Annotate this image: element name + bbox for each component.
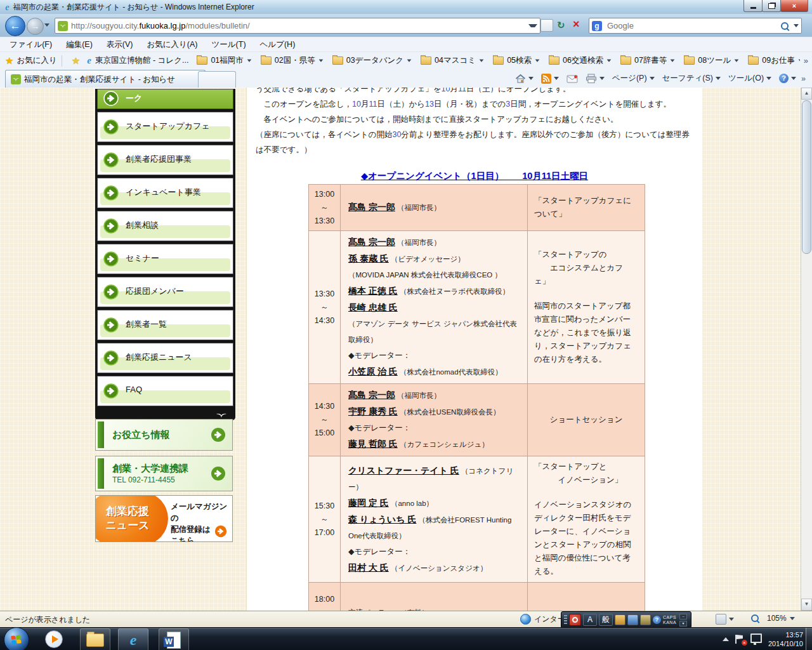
mail-magazine-box[interactable]: 創業応援 ニュース メールマガジンの 配信登録は こちら <box>95 495 233 542</box>
back-button[interactable]: ← <box>5 16 25 36</box>
sidebar-item[interactable]: 創業者一覧 <box>97 310 233 340</box>
event-heading-link[interactable]: ◆オープニングイベント（1日目） 10月11日土曜日 <box>361 171 588 181</box>
action-center-icon[interactable] <box>735 635 744 644</box>
sidebar-item[interactable]: 創業者応援団事業 <box>97 145 233 175</box>
taskbar-internet-explorer[interactable]: e <box>118 628 148 650</box>
close-button[interactable]: × <box>780 0 808 12</box>
scroll-up-button[interactable]: ▲ <box>801 88 812 100</box>
read-mail-button[interactable] <box>564 73 580 84</box>
stop-button[interactable]: × <box>573 18 580 30</box>
ime-toolbox-icon[interactable] <box>640 614 651 625</box>
tab-new[interactable] <box>198 71 236 88</box>
commandbar-overflow-chevron[interactable]: » <box>801 74 806 83</box>
useful-info-box[interactable]: お役立ち情報 <box>95 419 233 451</box>
speaker-link[interactable]: 田村 大 氏 <box>348 562 389 573</box>
speaker-link[interactable]: クリストファー・テイト 氏 <box>348 465 459 475</box>
favorites-folder[interactable]: 06交通検索 <box>544 54 616 67</box>
speaker-link[interactable]: 小笠原 治 氏 <box>348 366 398 376</box>
speaker-link[interactable]: 橋本 正徳 氏 <box>348 286 398 296</box>
ime-toolbar[interactable]: A 般 ? CAPS KANA –▾ <box>561 611 691 628</box>
scrollbar-thumb[interactable] <box>802 100 811 254</box>
speaker-link[interactable]: 藤岡 定 氏 <box>348 498 389 508</box>
ime-grip[interactable] <box>564 615 567 625</box>
speaker-link[interactable]: 髙島 宗一郎 <box>348 202 395 212</box>
speaker-link[interactable]: 宇野 康秀 氏 <box>348 406 398 416</box>
favorites-folder[interactable]: 01福岡市 <box>192 54 256 67</box>
speaker-link[interactable]: 髙島 宗一郎 <box>348 390 395 400</box>
sidebar-item-label: 創業応援ニュース <box>126 352 192 363</box>
sidebar-item[interactable]: 応援団メンバー <box>97 277 233 307</box>
print-button[interactable] <box>583 72 607 85</box>
university-liaison-box[interactable]: 創業・大学連携課 TEL 092-711-4455 <box>95 456 233 491</box>
menu-item[interactable]: 表示(V) <box>100 38 140 51</box>
feeds-button[interactable] <box>539 72 561 85</box>
start-button[interactable] <box>4 627 29 650</box>
address-dropdown[interactable] <box>528 24 537 27</box>
address-bar[interactable]: http://sougyou.city.fukuoka.lg.jp/module… <box>55 18 540 34</box>
search-box[interactable]: g <box>589 18 802 34</box>
page-menu[interactable]: ページ(P) <box>610 72 657 85</box>
ime-minimize-options[interactable]: –▾ <box>679 614 687 627</box>
sidebar-item[interactable]: セミナー <box>97 244 233 274</box>
taskbar-media-player[interactable] <box>39 628 69 650</box>
menu-item[interactable]: ヘルプ(H) <box>253 38 303 51</box>
ime-dictionary-icon[interactable] <box>627 614 638 625</box>
recent-pages-dropdown[interactable] <box>44 23 49 27</box>
sidebar-item[interactable]: インキュベート事業 <box>97 178 233 208</box>
refresh-button[interactable]: ↻ <box>557 19 565 32</box>
tab-active[interactable]: 福岡市の起業・創業応援サイト - お知らせ <box>5 70 206 88</box>
favorites-item[interactable]: e 東京国立博物館 - コレク... <box>83 54 192 67</box>
minimize-button[interactable] <box>743 0 763 12</box>
menu-item[interactable]: ツール(T) <box>205 38 253 51</box>
folder-icon <box>261 56 272 65</box>
favorites-folder[interactable]: 08ツール <box>679 54 743 67</box>
show-hidden-icons[interactable] <box>723 637 729 641</box>
sidebar-item[interactable]: スタートアップカフェ <box>97 112 233 142</box>
sidebar-item[interactable]: 創業応援ニュース <box>97 343 233 373</box>
taskbar-clock[interactable]: 13:57 2014/10/10 <box>768 630 803 648</box>
ime-conversion-mode-button[interactable]: 般 <box>599 614 613 626</box>
favorites-folder[interactable]: 04マスコミ <box>416 54 488 67</box>
scroll-down-button[interactable]: ▼ <box>801 599 812 611</box>
add-favorite-icon[interactable]: ★ <box>72 55 80 67</box>
show-desktop-button[interactable] <box>806 628 812 650</box>
forward-button[interactable]: → <box>27 18 44 35</box>
taskbar: e W 13:57 2014/10/10 <box>0 627 812 650</box>
sidebar-item[interactable]: FAQ <box>97 376 233 406</box>
search-icon[interactable] <box>781 22 789 30</box>
search-options-dropdown[interactable] <box>794 24 799 27</box>
search-input[interactable] <box>606 20 778 31</box>
favorites-overflow-chevron[interactable]: » <box>800 56 812 65</box>
favorites-folder[interactable]: 03データバンク <box>328 54 416 67</box>
restore-button[interactable] <box>762 0 781 12</box>
taskbar-word[interactable]: W <box>159 628 189 650</box>
vertical-scrollbar[interactable]: ▲ ▼ <box>801 88 812 611</box>
ime-input-mode-button[interactable]: A <box>583 614 597 626</box>
speaker-link[interactable]: 長崎 忠雄 氏 <box>348 302 398 312</box>
sidebar-item[interactable]: 創業相談 <box>97 211 233 241</box>
speaker-link[interactable]: 藤見 哲郎 氏 <box>348 439 398 449</box>
network-icon[interactable] <box>750 633 762 643</box>
menu-item[interactable]: お気に入り(A) <box>140 38 204 51</box>
favorites-folder[interactable]: 05検索 <box>488 54 544 67</box>
tools-menu[interactable]: ツール(O) <box>726 72 774 85</box>
sidebar-item-active[interactable]: ーク <box>97 89 233 109</box>
safety-menu[interactable]: セーフティ(S) <box>660 72 723 85</box>
taskbar-explorer[interactable] <box>80 628 110 650</box>
compatibility-view-button[interactable] <box>540 19 553 32</box>
favorites-folder[interactable]: 09お仕事 <box>743 54 799 67</box>
home-button[interactable] <box>513 72 536 85</box>
menu-item[interactable]: 編集(E) <box>59 38 100 51</box>
favorites-folder[interactable]: 02国・県等 <box>256 54 328 67</box>
ime-help-icon[interactable]: ? <box>653 616 661 624</box>
help-menu[interactable]: ? <box>776 72 799 84</box>
menu-item[interactable]: ファイル(F) <box>3 38 59 51</box>
favorites-button[interactable]: お気に入り <box>16 55 56 66</box>
favorites-folder[interactable]: 07辞書等 <box>616 54 679 67</box>
zoom-control[interactable]: 105% <box>749 614 795 623</box>
speaker-link[interactable]: 髙島 宗一郎 <box>348 237 395 247</box>
protected-mode-indicator[interactable] <box>716 614 734 625</box>
speaker-link[interactable]: 孫 泰蔵 氏 <box>348 253 389 263</box>
ime-tool-icon[interactable] <box>615 614 625 625</box>
speaker-link[interactable]: 森 りょういち 氏 <box>348 514 416 524</box>
